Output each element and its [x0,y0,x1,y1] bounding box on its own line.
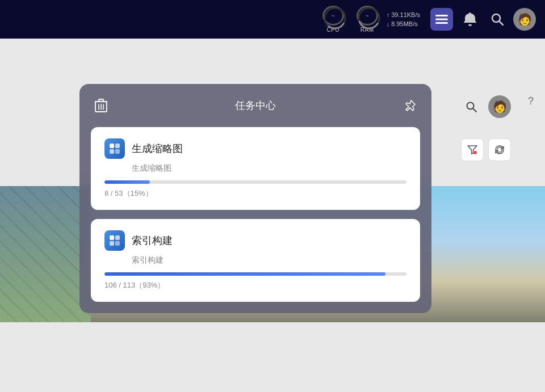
upload-speed: 39.11KB/s [391,10,420,20]
task-center-panel: 任务中心 生成缩略图 生成缩略图 [79,84,431,313]
task1-progress-text: 8 / 53（15%） [104,188,406,199]
ram-widget: ~ RAM [353,6,382,33]
topbar-search-button[interactable] [486,8,509,31]
task-card-index-icon [104,230,125,251]
down-arrow-icon: ↓ [387,19,390,29]
task-card-thumbnails-icon [104,138,125,159]
task-card-thumbnails-header: 生成缩略图 [104,138,406,159]
main-avatar[interactable]: 🧑 [488,95,511,118]
svg-rect-23 [115,235,120,240]
network-stats: ↑ 39.11KB/s ↓ 8.95MB/s [387,10,420,29]
svg-rect-20 [110,149,114,154]
photo-scaffolding [0,186,91,322]
task1-name: 生成缩略图 [132,142,183,155]
download-speed: 8.95MB/s [391,19,417,29]
refresh-button[interactable] [488,138,511,161]
svg-rect-25 [115,241,120,246]
task-card-thumbnails: 生成缩略图 生成缩略图 8 / 53（15%） [91,127,420,210]
topbar: ~ CPU ~ RAM ↑ 39.11KB/s ↓ 8.95MB/s [0,0,545,39]
topbar-avatar[interactable]: 🧑 [513,8,536,31]
task2-progress-text: 106 / 113（93%） [104,280,406,290]
task-pin-button[interactable] [400,95,420,116]
network-up: ↑ 39.11KB/s [387,10,420,20]
svg-rect-4 [435,15,448,16]
task2-name: 索引构建 [132,234,173,247]
up-arrow-icon: ↑ [387,10,390,20]
svg-rect-14 [99,99,103,102]
help-button[interactable]: ? [528,95,534,107]
svg-line-8 [499,21,503,25]
svg-rect-19 [115,144,120,148]
svg-point-11 [473,151,477,154]
svg-rect-5 [435,19,448,20]
help-label: ? [528,95,534,107]
svg-line-10 [473,108,476,112]
svg-rect-24 [110,241,114,246]
task1-subtitle: 生成缩略图 [132,163,406,174]
task-center-title: 任务中心 [235,99,276,112]
task1-progress-fill [104,180,150,184]
svg-rect-22 [110,235,114,240]
main-avatar-emoji: 🧑 [493,100,507,113]
filter-button[interactable] [461,138,484,161]
task1-progress-bg [104,180,406,184]
avatar-emoji: 🧑 [518,12,532,26]
svg-rect-18 [110,144,114,148]
bell-button[interactable] [459,8,481,31]
task-trash-button[interactable] [91,95,111,116]
task-card-index-header: 索引构建 [104,230,406,251]
task2-progress-bg [104,272,406,276]
ram-gauge: ~ [357,6,378,26]
task2-subtitle: 索引构建 [132,255,406,265]
svg-rect-21 [115,149,120,154]
task-card-index: 索引构建 索引构建 106 / 113（93%） [91,219,420,302]
network-down: ↓ 8.95MB/s [387,19,418,29]
task2-progress-fill [104,272,385,276]
main-search-button[interactable] [461,96,481,117]
cpu-widget: ~ CPU [318,6,348,33]
cpu-gauge: ~ [322,6,344,26]
menu-button[interactable] [430,8,453,31]
svg-rect-6 [435,22,448,24]
main-area: ? 🧑 2024- [0,39,545,392]
task-center-header: 任务中心 [91,95,420,116]
